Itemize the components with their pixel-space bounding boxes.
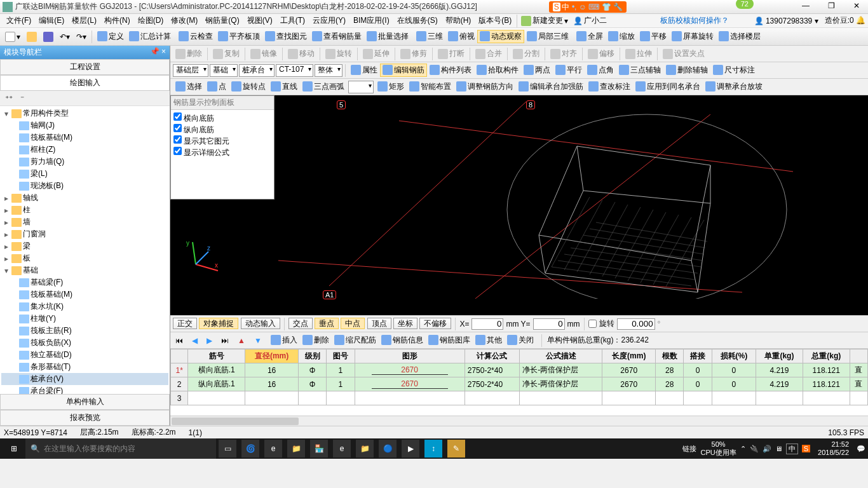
- tree-item[interactable]: ▸板: [1, 252, 168, 264]
- draw-button[interactable]: 点: [205, 80, 229, 93]
- grid-button[interactable]: 钢筋信息: [379, 334, 426, 347]
- tab-drawing-input[interactable]: 绘图输入: [0, 75, 170, 91]
- rebar-data-grid[interactable]: 筋号直径(mm)级别图号图形计算公式公式描述长度(mm)根数搭接损耗(%)单重(…: [170, 348, 868, 416]
- power-icon[interactable]: 🔌: [750, 445, 759, 453]
- toolbar-button[interactable]: 三维: [414, 30, 445, 43]
- cell[interactable]: 16: [245, 377, 299, 391]
- cell[interactable]: [684, 391, 712, 405]
- toolbar-button[interactable]: 全屏: [574, 30, 606, 43]
- cell[interactable]: 2670: [602, 377, 656, 391]
- cell[interactable]: 1: [327, 363, 355, 377]
- menu-item[interactable]: 构件(N): [100, 15, 134, 26]
- last-icon[interactable]: ⏭: [219, 335, 231, 346]
- app9-icon[interactable]: ↕: [424, 440, 442, 458]
- context-button[interactable]: 属性: [348, 64, 380, 77]
- cell[interactable]: 28: [656, 377, 684, 391]
- toolbar-button[interactable]: 平移: [637, 30, 669, 43]
- app1-icon[interactable]: 🌀: [241, 440, 259, 458]
- draw-button[interactable]: 智能布置: [407, 80, 454, 93]
- cell[interactable]: [656, 391, 684, 405]
- y-input[interactable]: [533, 318, 565, 330]
- cell[interactable]: 4.219: [756, 363, 803, 377]
- column-header[interactable]: 根数: [656, 349, 684, 363]
- help-tip-link[interactable]: 板筋校核如何操作？: [660, 15, 729, 26]
- menu-item[interactable]: 绘图(D): [134, 15, 168, 26]
- cell[interactable]: 2670: [355, 377, 465, 391]
- edit-button[interactable]: 镜像: [248, 47, 280, 60]
- column-header[interactable]: 搭接: [684, 349, 712, 363]
- edit-button[interactable]: 拉伸: [623, 47, 654, 60]
- notification-icon[interactable]: 💬: [857, 445, 865, 453]
- taskbar-search[interactable]: 🔍 在这里输入你要搜索的内容: [25, 438, 216, 459]
- link-tray[interactable]: 链接: [682, 444, 696, 454]
- column-header[interactable]: 图号: [327, 349, 355, 363]
- tree-item[interactable]: ▸轴线: [1, 192, 168, 204]
- maximize-button[interactable]: ❐: [822, 1, 840, 13]
- toolbar-button[interactable]: 俯视: [445, 30, 477, 43]
- undo-button[interactable]: ↶▾: [57, 31, 72, 43]
- context-button[interactable]: 构件列表: [427, 64, 474, 77]
- draw-button[interactable]: 应用到同名承台: [633, 80, 703, 93]
- column-header[interactable]: [171, 349, 188, 363]
- cell[interactable]: 16: [245, 363, 299, 377]
- start-button[interactable]: ⊞: [3, 438, 25, 459]
- tree-item[interactable]: 独立基础(D): [1, 349, 168, 361]
- app3-icon[interactable]: 📁: [287, 440, 305, 458]
- menu-item[interactable]: BIM应用(I): [349, 15, 393, 26]
- cell[interactable]: [803, 391, 850, 405]
- cell[interactable]: 1: [327, 377, 355, 391]
- toolbar-button[interactable]: 屏幕旋转: [669, 30, 716, 43]
- tree-item[interactable]: ▸门窗洞: [1, 228, 168, 240]
- cell[interactable]: 0: [712, 377, 756, 391]
- task-view-button[interactable]: ▭: [219, 440, 236, 458]
- tree-item[interactable]: 梁(L): [1, 168, 168, 180]
- column-header[interactable]: 图形: [355, 349, 465, 363]
- prev-icon[interactable]: ◀: [189, 335, 200, 346]
- snap-mode-button[interactable]: 顶点: [367, 318, 391, 329]
- edit-button[interactable]: 旋转: [323, 47, 355, 60]
- snap-mode-button[interactable]: 垂点: [315, 318, 339, 329]
- drawing-canvas[interactable]: 钢筋显示控制面板 横向底筋 纵向底筋 显示其它图元 显示详细公式: [170, 95, 868, 315]
- save-button[interactable]: [41, 30, 56, 43]
- app6-icon[interactable]: 📁: [356, 440, 374, 458]
- up-icon[interactable]: ▲: [235, 335, 248, 346]
- close-button[interactable]: ✕: [848, 1, 865, 13]
- minimize-button[interactable]: —: [797, 1, 815, 13]
- toolbar-button[interactable]: 汇总计算: [126, 30, 173, 43]
- menu-item[interactable]: 视图(V): [243, 15, 276, 26]
- context-button[interactable]: 尺寸标注: [710, 64, 757, 77]
- edit-button[interactable]: 对齐: [548, 47, 580, 60]
- draw-button[interactable]: 查改标注: [586, 80, 633, 93]
- context-button[interactable]: 三点辅轴: [616, 64, 663, 77]
- redo-button[interactable]: ↷▾: [74, 31, 89, 43]
- menu-item[interactable]: 工具(T): [276, 15, 309, 26]
- draw-button[interactable]: 直线: [268, 80, 300, 93]
- draw-button[interactable]: 矩形: [375, 80, 407, 93]
- cell[interactable]: 净长-两倍保护层: [520, 363, 602, 377]
- menu-item[interactable]: 楼层(L): [68, 15, 100, 26]
- volume-icon[interactable]: 🔊: [763, 445, 771, 453]
- tree-item[interactable]: 集水坑(K): [1, 301, 168, 313]
- cell[interactable]: 0: [684, 377, 712, 391]
- cell[interactable]: 净长-两倍保护层: [520, 377, 602, 391]
- context-button[interactable]: 删除辅轴: [663, 64, 710, 77]
- edit-button[interactable]: 分割: [510, 47, 542, 60]
- snap-mode-button[interactable]: 中点: [341, 318, 365, 329]
- context-button[interactable]: 点角: [585, 64, 616, 77]
- horizontal-scrollbar[interactable]: [170, 416, 868, 426]
- view-dropdown[interactable]: 整体: [315, 64, 342, 77]
- grid-button[interactable]: 缩尺配筋: [332, 334, 379, 347]
- column-header[interactable]: 公式描述: [520, 349, 602, 363]
- context-button[interactable]: 平行: [553, 64, 585, 77]
- menu-item[interactable]: 修改(M): [167, 15, 201, 26]
- draw-button[interactable]: 调整承台放坡: [703, 80, 765, 93]
- draw-button[interactable]: 三点画弧: [300, 80, 347, 93]
- context-button[interactable]: 拾取构件: [474, 64, 521, 77]
- component-tree[interactable]: ▾常用构件类型轴网(J)筏板基础(M)框柱(Z)剪力墙(Q)梁(L)现浇板(B)…: [0, 106, 170, 394]
- rotate-checkbox[interactable]: [588, 320, 597, 328]
- next-icon[interactable]: ▶: [204, 335, 215, 346]
- cell[interactable]: [465, 391, 519, 405]
- screen-icon[interactable]: 🖥: [775, 445, 782, 452]
- new-change-button[interactable]: 新建变更 ▾: [519, 14, 571, 27]
- tray-up-icon[interactable]: ⌃: [740, 445, 746, 453]
